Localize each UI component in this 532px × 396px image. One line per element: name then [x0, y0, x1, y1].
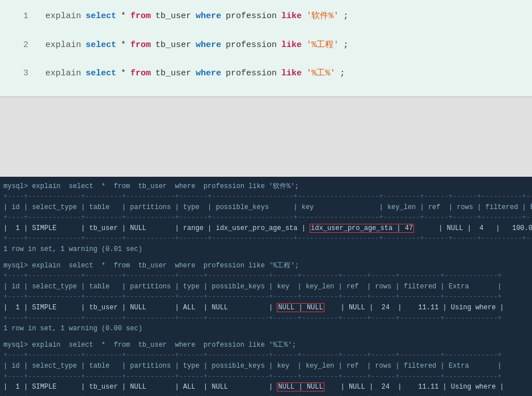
term-info-2: 1 row in set, 1 warning (0.00 sec) [3, 323, 529, 334]
term-header-2: | id | select_type | table | partitions … [3, 282, 529, 292]
highlight-key-2: NULL | NULL [277, 303, 324, 312]
terminal-section: mysql> explain select * from tb_user whe… [0, 177, 532, 397]
line-number-1: 1 [11, 10, 28, 23]
highlight-key-3: NULL | NULL [277, 382, 324, 391]
term-row-2: | 1 | SIMPLE | tb_user | NULL | ALL | NU… [3, 303, 529, 313]
term-prompt-2: mysql> explain select * from tb_user whe… [3, 261, 529, 271]
term-header-3: | id | select_type | table | partitions … [3, 361, 529, 372]
highlight-key-1: idx_user_pro_age_sta | 47 [310, 224, 414, 233]
term-divider1-1: +----+-------------+---------+----------… [3, 191, 529, 202]
token-semi-1: ; [343, 10, 348, 23]
token-profession-1: profession [226, 10, 277, 23]
token-like-1: like [281, 10, 302, 23]
token-star-2: * [121, 39, 126, 52]
token-table-1: tb_user [155, 10, 191, 23]
code-section: 1 explain select * from tb_user where pr… [0, 0, 532, 97]
token-from-1: from [130, 10, 151, 23]
code-line-1: 1 explain select * from tb_user where pr… [11, 10, 521, 23]
term-divider2-1: +----+-------------+---------+----------… [3, 212, 529, 223]
code-line-3: 3 explain select * from tb_user where pr… [11, 67, 521, 80]
term-row-1: | 1 | SIMPLE | tb_user | NULL | range | … [3, 223, 529, 234]
token-explain-1: explain [45, 10, 81, 23]
token-select-2: select [86, 39, 116, 52]
term-prompt-3: mysql> explain select * from tb_user whe… [3, 340, 529, 351]
term-prompt-1: mysql> explain select * from tb_user whe… [3, 181, 529, 192]
term-divider2-3: +----+-------------+---------+----------… [3, 372, 529, 382]
terminal-block-3: mysql> explain select * from tb_user whe… [3, 340, 529, 396]
token-string-3: '%工%' [306, 67, 335, 80]
terminal-block-1: mysql> explain select * from tb_user whe… [3, 181, 529, 255]
token-from-2: from [130, 39, 151, 52]
token-star-3: * [121, 67, 126, 80]
token-explain-2: explain [45, 39, 81, 52]
token-like-2: like [281, 39, 302, 52]
token-from-3: from [130, 67, 151, 80]
token-semi-3: ; [340, 67, 345, 80]
term-divider2-2: +----+-------------+---------+----------… [3, 292, 529, 303]
token-string-2: '%工程' [306, 39, 339, 52]
token-semi-2: ; [343, 39, 348, 52]
term-header-1: | id | select_type | table | partitions … [3, 202, 529, 213]
spacer [0, 97, 532, 177]
token-profession-3: profession [226, 67, 277, 80]
token-table-3: tb_user [155, 67, 191, 80]
token-where-1: where [196, 10, 221, 23]
token-select-1: select [86, 10, 116, 23]
term-divider1-2: +----+-------------+---------+----------… [3, 271, 529, 282]
line-number-3: 3 [11, 67, 28, 80]
term-divider3-3: +----+-------------+---------+----------… [3, 393, 529, 396]
term-info-1: 1 row in set, 1 warning (0.01 sec) [3, 244, 529, 255]
token-string-1: '软件%' [306, 10, 339, 23]
token-select-3: select [86, 67, 116, 80]
term-row-3: | 1 | SIMPLE | tb_user | NULL | ALL | NU… [3, 382, 529, 393]
term-divider1-3: +----+-------------+---------+----------… [3, 350, 529, 361]
token-like-3: like [281, 67, 302, 80]
term-divider3-1: +----+-------------+---------+----------… [3, 233, 529, 244]
term-divider3-2: +----+-------------+---------+----------… [3, 313, 529, 324]
token-where-2: where [196, 39, 221, 52]
line-number-2: 2 [11, 39, 28, 52]
terminal-block-2: mysql> explain select * from tb_user whe… [3, 261, 529, 334]
token-where-3: where [196, 67, 221, 80]
token-table-2: tb_user [155, 39, 191, 52]
token-profession-2: profession [226, 39, 277, 52]
token-star-1: * [121, 10, 126, 23]
token-explain-3: explain [45, 67, 81, 80]
code-line-2: 2 explain select * from tb_user where pr… [11, 39, 521, 52]
